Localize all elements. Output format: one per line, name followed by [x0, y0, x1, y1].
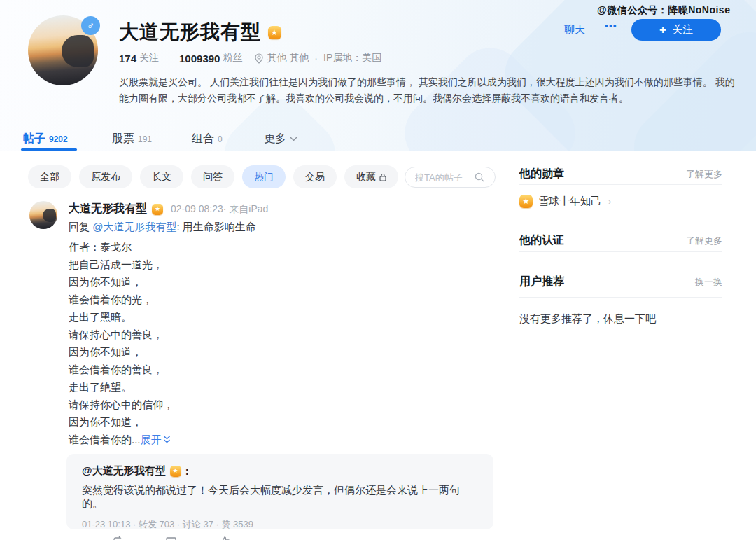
quoted-author-name[interactable]: @大道无形我有型 [82, 464, 166, 478]
section-divider [519, 297, 722, 298]
quoted-post-header: @大道无形我有型 ★ : [82, 464, 478, 478]
filter-trades[interactable]: 交易 [293, 165, 337, 188]
like-button[interactable] [220, 536, 230, 540]
filter-label: 长文 [152, 171, 172, 184]
poem-line: 作者：泰戈尔 [69, 238, 174, 256]
active-tab-underline [21, 148, 77, 151]
reply-prefix: 回复 [69, 221, 92, 233]
tab-label: 组合 [192, 132, 214, 146]
following-label[interactable]: 关注 [139, 52, 159, 64]
poem-line: 把自己活成一道光， [69, 256, 174, 273]
tab-portfolios[interactable]: 组合 0 [192, 132, 223, 146]
poem-line: 谁会借着你的光， [69, 291, 174, 308]
repost-icon [112, 536, 122, 540]
filter-all[interactable]: 全部 [28, 165, 71, 188]
like-icon [220, 536, 230, 540]
plus-icon: + [659, 24, 666, 36]
search-input[interactable] [415, 172, 474, 183]
tab-stocks[interactable]: 股票 191 [112, 132, 152, 146]
double-chevron-down-icon [163, 436, 171, 444]
meta-dot: · [314, 53, 318, 64]
verification-learn-more-link[interactable]: 了解更多 [686, 235, 722, 247]
follow-button-label: 关注 [672, 23, 693, 36]
chevron-down-icon [290, 137, 298, 141]
following-count[interactable]: 174 [119, 53, 136, 64]
filter-favorites[interactable]: 收藏 [344, 165, 398, 188]
more-options-button[interactable]: ••• [605, 20, 617, 32]
poem-line: 请保持你心中的信仰， [69, 396, 174, 413]
medal-item[interactable]: ★ 雪球十年知己 › [519, 195, 611, 208]
filter-qa[interactable]: 问答 [191, 165, 234, 188]
filter-label: 问答 [203, 171, 223, 184]
tab-label: 股票 [112, 132, 134, 146]
poem-truncated-text: 谁会借着你的... [69, 434, 141, 445]
poem-line: 走出了黑暗。 [69, 308, 174, 326]
male-gender-icon: ♂ [81, 16, 100, 35]
medals-learn-more-link[interactable]: 了解更多 [686, 168, 722, 181]
quoted-post-meta: 01-23 10:13 · 转发 703 · 讨论 37 · 赞 3539 [82, 518, 478, 531]
filter-label: 全部 [40, 171, 59, 184]
reply-suffix: : 用生命影响生命 [176, 221, 255, 233]
comment-button[interactable] [166, 536, 176, 540]
verification-section-header: 他的认证 了解更多 [519, 233, 722, 248]
tab-label: 更多 [264, 132, 286, 146]
profile-page: ♂ 大道无形我有型 ★ 174 关注 1009390 粉丝 其他 其他 · IP… [0, 0, 756, 540]
search-icon[interactable] [474, 172, 485, 183]
followers-label[interactable]: 粉丝 [223, 52, 242, 64]
post-time-text: 02-09 08:23 [171, 203, 223, 214]
filter-original[interactable]: 原发布 [79, 165, 132, 188]
poem-line: 走出了绝望。 [69, 378, 174, 396]
post-header: 大道无形我有型 ★ 02-09 08:23· 来自iPad [69, 202, 268, 216]
location-text: 其他 其他 [267, 52, 309, 64]
recommendation-refresh-link[interactable]: 换一换 [695, 276, 722, 289]
verification-title: 他的认证 [519, 233, 564, 248]
recommendation-section-header: 用户推荐 换一换 [519, 275, 722, 289]
post-author-avatar[interactable] [29, 201, 57, 229]
expand-label: 展开 [141, 431, 162, 448]
location-pin-icon [255, 53, 263, 64]
follow-button[interactable]: + 关注 [631, 19, 721, 41]
post-filter-row: 全部 原发布 长文 问答 热门 交易 收藏 [28, 165, 398, 188]
poem-line: 因为你不知道， [69, 273, 174, 291]
post-reply-line: 回复 @大道无形我有型: 用生命影响生命 [69, 221, 256, 234]
post-time-sep: · [223, 203, 227, 214]
right-sidebar: 他的勋章 了解更多 ★ 雪球十年知己 › 他的认证 了解更多 用户推荐 换一换 … [519, 162, 722, 527]
quoted-post[interactable]: @大道无形我有型 ★ : 突然觉得该说的都说过了！今天后会大幅度减少发言，但偶尔… [66, 454, 493, 529]
poem-line: 谁会借着你的善良， [69, 361, 174, 378]
medal-icon: ★ [519, 195, 533, 208]
actions-divider [596, 25, 596, 35]
followers-count[interactable]: 1009390 [179, 53, 220, 64]
tab-more[interactable]: 更多 [264, 132, 298, 146]
verified-badge-icon: ★ [268, 26, 281, 39]
expand-post-link[interactable]: 展开 [141, 431, 171, 448]
stats-divider [169, 53, 169, 63]
mention-link[interactable]: @大道无形我有型 [92, 221, 176, 233]
chat-button[interactable]: 聊天 [564, 23, 585, 36]
filter-longform[interactable]: 长文 [140, 165, 183, 188]
post-timestamp: 02-09 08:23· 来自iPad [171, 203, 268, 216]
filter-label: 热门 [254, 171, 274, 184]
filter-label: 原发布 [91, 171, 120, 184]
profile-stats: 174 关注 1009390 粉丝 其他 其他 · IP属地：美国 [119, 52, 382, 64]
recommendation-empty-text: 没有更多推荐了，休息一下吧 [519, 312, 656, 326]
filter-hot[interactable]: 热门 [242, 165, 286, 188]
post-action-bar [112, 536, 230, 540]
poem-last-line: 谁会借着你的...展开 [69, 431, 174, 448]
page-title: 大道无形我有型 ★ [119, 19, 281, 46]
filter-label: 收藏 [356, 171, 376, 184]
tab-posts[interactable]: 帖子 9202 [23, 132, 68, 146]
profile-header: ♂ 大道无形我有型 ★ 174 关注 1009390 粉丝 其他 其他 · IP… [0, 0, 756, 151]
repost-button[interactable] [112, 536, 122, 540]
quoted-post-content: 突然觉得该说的都说过了！今天后会大幅度减少发言，但偶尔还是会来说上一两句的。 [82, 484, 478, 511]
section-divider [519, 184, 722, 185]
verified-badge-icon: ★ [170, 466, 181, 477]
comment-icon [166, 536, 176, 540]
medals-title: 他的勋章 [519, 167, 564, 181]
post-author-name[interactable]: 大道无形我有型 [69, 202, 147, 216]
filter-label: 交易 [305, 171, 325, 184]
post-body: 作者：泰戈尔 把自己活成一道光， 因为你不知道， 谁会借着你的光， 走出了黑暗。… [69, 238, 174, 448]
post-source-text: 来自iPad [229, 203, 268, 214]
medal-name: 雪球十年知己 [538, 195, 601, 208]
lock-icon [379, 173, 386, 181]
profile-bio: 买股票就是买公司。 人们关注我们往往是因为我们做了的那些事情， 其实我们之所以成… [119, 74, 736, 106]
